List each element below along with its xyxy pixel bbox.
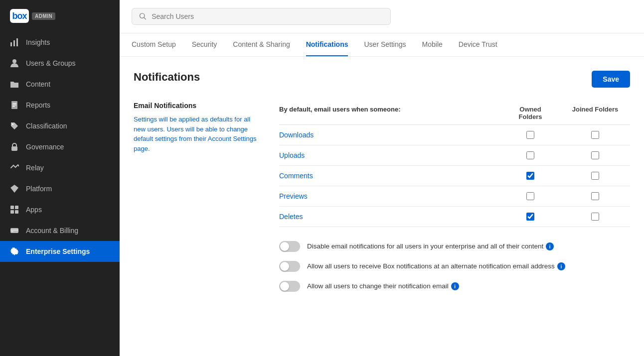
info-icon[interactable]: i bbox=[546, 242, 554, 250]
owned-checkbox[interactable] bbox=[526, 131, 534, 139]
svg-point-3 bbox=[12, 59, 16, 63]
table-header: By default, email users when someone: Ow… bbox=[279, 102, 630, 125]
page-title: Notifications bbox=[134, 71, 200, 84]
svg-marker-11 bbox=[10, 185, 18, 193]
bar-chart-icon bbox=[10, 38, 19, 47]
section-right: By default, email users when someone: Ow… bbox=[279, 102, 630, 292]
sidebar-item-label: Users & Groups bbox=[26, 59, 76, 67]
diamond-icon bbox=[10, 184, 19, 193]
admin-badge: ADMIN bbox=[32, 12, 55, 20]
sidebar-item-reports[interactable]: Reports bbox=[0, 95, 120, 116]
svg-rect-2 bbox=[16, 38, 18, 46]
section-left: Email Notifications Settings will be app… bbox=[134, 102, 263, 292]
sidebar-item-label: Insights bbox=[26, 38, 50, 46]
credit-card-icon bbox=[10, 226, 19, 235]
joined-checkbox-cell bbox=[560, 151, 630, 159]
owned-checkbox-cell bbox=[500, 151, 560, 159]
owned-checkbox-cell bbox=[500, 131, 560, 139]
sidebar-item-label: Platform bbox=[26, 185, 52, 193]
sidebar-item-label: Apps bbox=[26, 206, 42, 214]
email-notifications-section: Email Notifications Settings will be app… bbox=[134, 102, 630, 292]
toggle-label: Allow all users to receive Box notificat… bbox=[307, 262, 565, 271]
tab-notifications[interactable]: Notifications bbox=[306, 33, 348, 56]
svg-rect-5 bbox=[12, 103, 16, 104]
sidebar-nav: Insights Users & Groups Content Reports … bbox=[0, 32, 120, 262]
owned-checkbox-cell bbox=[500, 172, 560, 180]
owned-checkbox[interactable] bbox=[526, 213, 534, 221]
lock-icon bbox=[10, 142, 19, 151]
tabs-bar: Custom SetupSecurityContent & SharingNot… bbox=[120, 33, 644, 57]
toggle-row-disable-notifications: Disable email notifications for all user… bbox=[279, 241, 630, 252]
col-header-joined: Joined Folders bbox=[560, 106, 630, 120]
row-label: Previews bbox=[279, 192, 500, 200]
sidebar-item-label: Reports bbox=[26, 101, 50, 109]
sidebar-item-content[interactable]: Content bbox=[0, 74, 120, 95]
toggle-alternate-email[interactable] bbox=[279, 261, 300, 272]
top-bar bbox=[120, 0, 644, 33]
joined-checkbox-cell bbox=[560, 213, 630, 221]
svg-rect-12 bbox=[10, 206, 14, 209]
joined-checkbox[interactable] bbox=[591, 192, 599, 200]
table-row: Comments bbox=[279, 166, 630, 186]
joined-checkbox[interactable] bbox=[591, 131, 599, 139]
main-content: Custom SetupSecurityContent & SharingNot… bbox=[120, 0, 644, 356]
search-bar bbox=[132, 8, 391, 25]
toggle-label: Allow all users to change their notifica… bbox=[307, 282, 459, 291]
svg-rect-6 bbox=[12, 105, 16, 106]
toggle-change-email[interactable] bbox=[279, 281, 300, 292]
toggle-thumb bbox=[280, 282, 289, 291]
sidebar-item-classification[interactable]: Classification bbox=[0, 116, 120, 136]
joined-checkbox-cell bbox=[560, 131, 630, 139]
sidebar-item-enterprise-settings[interactable]: Enterprise Settings bbox=[0, 241, 120, 262]
sidebar-item-governance[interactable]: Governance bbox=[0, 136, 120, 157]
folder-icon bbox=[10, 80, 19, 89]
sidebar-item-account-billing[interactable]: Account & Billing bbox=[0, 220, 120, 241]
tab-security[interactable]: Security bbox=[192, 33, 217, 56]
info-icon[interactable]: i bbox=[557, 262, 565, 270]
content-area: Notifications Save Email Notifications S… bbox=[120, 57, 644, 356]
sidebar-item-relay[interactable]: Relay bbox=[0, 157, 120, 178]
toggle-disable-notifications[interactable] bbox=[279, 241, 300, 252]
joined-checkbox[interactable] bbox=[591, 172, 599, 180]
toggle-section: Disable email notifications for all user… bbox=[279, 241, 630, 292]
joined-checkbox[interactable] bbox=[591, 213, 599, 221]
owned-checkbox[interactable] bbox=[526, 172, 534, 180]
sidebar-item-label: Content bbox=[26, 80, 50, 88]
info-icon[interactable]: i bbox=[451, 282, 459, 290]
svg-rect-18 bbox=[11, 231, 13, 232]
svg-rect-13 bbox=[15, 206, 18, 209]
svg-rect-15 bbox=[15, 210, 18, 214]
owned-checkbox[interactable] bbox=[526, 192, 534, 200]
sidebar-item-label: Governance bbox=[26, 143, 64, 151]
sidebar-item-users-groups[interactable]: Users & Groups bbox=[0, 53, 120, 74]
sidebar-item-platform[interactable]: Platform bbox=[0, 178, 120, 199]
owned-checkbox[interactable] bbox=[526, 151, 534, 159]
table-row: Uploads bbox=[279, 145, 630, 166]
row-label: Deletes bbox=[279, 213, 500, 221]
svg-rect-9 bbox=[11, 146, 17, 151]
box-logo: box ADMIN bbox=[10, 9, 55, 23]
sidebar-item-apps[interactable]: Apps bbox=[0, 199, 120, 220]
owned-checkbox-cell bbox=[500, 213, 560, 221]
tab-custom-setup[interactable]: Custom Setup bbox=[132, 33, 176, 56]
save-button[interactable]: Save bbox=[592, 71, 630, 88]
toggle-row-change-email: Allow all users to change their notifica… bbox=[279, 281, 630, 292]
svg-rect-14 bbox=[10, 210, 14, 214]
joined-checkbox[interactable] bbox=[591, 151, 599, 159]
sidebar-item-insights[interactable]: Insights bbox=[0, 32, 120, 53]
sidebar: box ADMIN Insights Users & Groups Conten… bbox=[0, 0, 120, 356]
search-input[interactable] bbox=[152, 12, 383, 20]
joined-checkbox-cell bbox=[560, 192, 630, 200]
notifications-table: Downloads Uploads Comments Previews bbox=[279, 125, 630, 227]
content-header: Notifications Save bbox=[134, 71, 630, 88]
toggle-label: Disable email notifications for all user… bbox=[307, 242, 554, 251]
sidebar-item-label: Enterprise Settings bbox=[26, 247, 90, 255]
tab-mobile[interactable]: Mobile bbox=[422, 33, 443, 56]
toggle-thumb bbox=[280, 242, 289, 251]
tab-device-trust[interactable]: Device Trust bbox=[459, 33, 497, 56]
tab-content-sharing[interactable]: Content & Sharing bbox=[233, 33, 290, 56]
person-icon bbox=[10, 59, 19, 68]
sidebar-item-label: Account & Billing bbox=[26, 227, 78, 235]
tab-user-settings[interactable]: User Settings bbox=[364, 33, 406, 56]
tag-icon bbox=[10, 121, 19, 130]
